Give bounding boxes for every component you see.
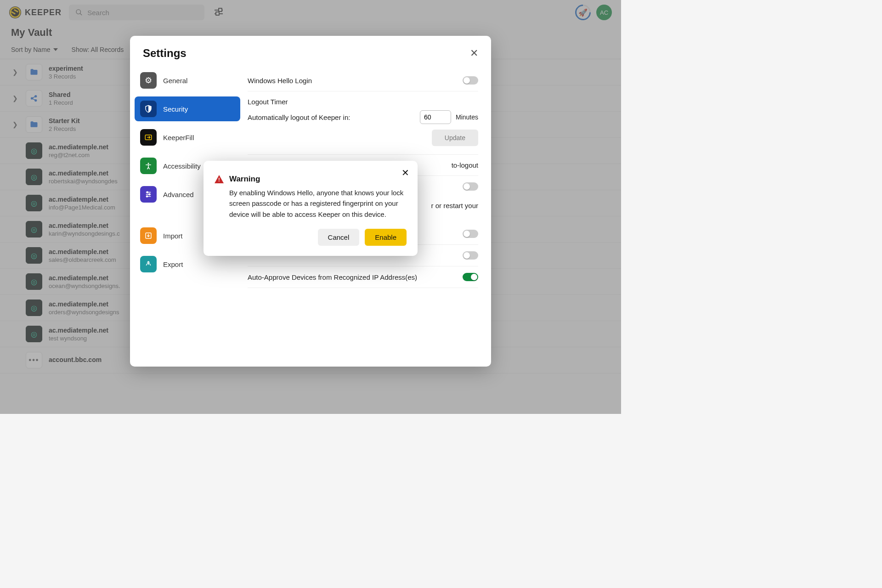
nav-keeperfill[interactable]: KeeperFill xyxy=(135,125,240,150)
close-icon[interactable]: ✕ xyxy=(401,167,409,178)
toggle[interactable] xyxy=(463,182,478,191)
svg-point-8 xyxy=(148,163,149,164)
toggle-windows-hello[interactable] xyxy=(463,76,478,85)
toggle[interactable] xyxy=(463,251,478,260)
import-icon xyxy=(140,227,157,244)
warning-body: By enabling Windows Hello, anyone that k… xyxy=(215,187,407,220)
svg-point-13 xyxy=(149,194,150,195)
shield-icon xyxy=(140,101,157,117)
gear-icon: ⚙ xyxy=(140,72,157,89)
setting-windows-hello: Windows Hello Login xyxy=(248,70,478,91)
close-icon[interactable]: ✕ xyxy=(470,47,478,59)
setting-auto-approve: Auto-Approve Devices from Recognized IP … xyxy=(248,266,478,288)
update-button[interactable]: Update xyxy=(432,130,478,146)
logout-timeout-input[interactable] xyxy=(420,110,451,124)
setting-logout-timer: Logout Timer Automatically logout of Kee… xyxy=(248,91,478,155)
export-icon xyxy=(140,256,157,272)
accessibility-icon xyxy=(140,158,157,174)
warning-title: Warning xyxy=(229,175,260,184)
warning-icon xyxy=(215,175,224,183)
cancel-button[interactable]: Cancel xyxy=(318,229,360,246)
enable-button[interactable]: Enable xyxy=(365,229,407,246)
warning-dialog: ✕ Warning By enabling Windows Hello, any… xyxy=(204,161,418,256)
keeperfill-icon xyxy=(140,129,157,146)
sliders-icon xyxy=(140,186,157,203)
svg-point-14 xyxy=(147,196,148,197)
nav-general[interactable]: ⚙General xyxy=(135,68,240,93)
toggle[interactable] xyxy=(463,230,478,238)
toggle-auto-approve[interactable] xyxy=(463,273,478,281)
svg-point-12 xyxy=(147,192,148,193)
nav-security[interactable]: Security xyxy=(135,96,240,121)
settings-title: Settings xyxy=(143,47,187,60)
